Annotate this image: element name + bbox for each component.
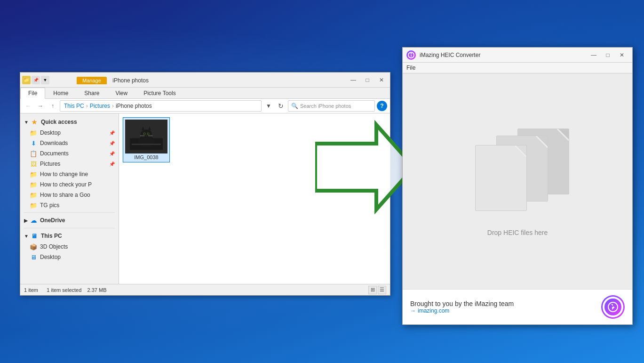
svg-rect-19 <box>411 55 412 56</box>
pin-indicator-downloads: 📌 <box>109 141 115 146</box>
folder-icon: 📁 <box>22 76 31 84</box>
tab-picture-tools[interactable]: Picture Tools <box>135 88 183 98</box>
chevron-icon: ▼ <box>24 120 29 125</box>
breadcrumb-current: iPhone photos <box>116 103 152 109</box>
onedrive-icon: ☁ <box>30 217 37 224</box>
imazing-title: iMazing HEIC Converter <box>420 52 587 58</box>
sidebar-htck-label: How to check your P <box>40 181 92 188</box>
tab-file[interactable]: File <box>20 88 45 99</box>
onedrive-label: OneDrive <box>40 217 65 224</box>
tab-view[interactable]: View <box>107 88 135 98</box>
search-box[interactable]: 🔍 Search iPhone photos <box>288 100 375 112</box>
imazing-logo <box>601 295 625 319</box>
ribbon-tabs: File Home Share View Picture Tools <box>20 88 390 98</box>
window-title: iPhone photos <box>112 77 149 84</box>
sidebar-item-3d-objects[interactable]: 📦 3D Objects <box>20 242 119 252</box>
search-icon: 🔍 <box>291 103 298 109</box>
imazing-logo-inner <box>604 298 621 315</box>
drop-heic-text: Drop HEIC files here <box>487 229 548 236</box>
titlebar-center: Manage iPhone photos <box>53 76 347 84</box>
maximize-button[interactable]: □ <box>361 75 374 85</box>
quick-access-label: Quick access <box>41 119 77 125</box>
sidebar-item-how-to-change[interactable]: 📁 How to change line <box>20 169 119 179</box>
imazing-menu-bar: File <box>403 63 632 73</box>
sidebar-item-how-to-check[interactable]: 📁 How to check your P <box>20 179 119 190</box>
quick-access-header[interactable]: ▼ ★ Quick access <box>20 116 119 128</box>
back-button[interactable]: ← <box>23 101 33 111</box>
onedrive-header[interactable]: ▶ ☁ OneDrive <box>20 215 119 226</box>
sidebar-item-downloads[interactable]: ⬇ Downloads 📌 <box>20 138 119 148</box>
file-label: IMG_0038 <box>134 154 158 160</box>
imazing-footer: Brought to you by the iMazing team → ima… <box>403 289 632 324</box>
svg-point-3 <box>141 129 152 139</box>
documents-folder-icon: 📋 <box>30 150 37 157</box>
footer-text: Brought to you by the iMazing team → ima… <box>410 300 514 314</box>
sidebar-item-pictures[interactable]: 🖼 Pictures 📌 <box>20 159 119 169</box>
this-pc-header[interactable]: ▼ 🖥 This PC <box>20 230 119 242</box>
close-button[interactable]: ✕ <box>375 75 388 85</box>
pin-indicator-documents: 📌 <box>109 151 115 156</box>
manage-badge[interactable]: Manage <box>77 77 107 84</box>
desktop-pc-icon: 🖥 <box>30 253 37 261</box>
footer-link-text[interactable]: imazing.com <box>418 307 449 314</box>
sidebar-3d-label: 3D Objects <box>40 243 68 250</box>
link-arrow-icon: → <box>410 307 416 314</box>
this-pc-icon: 🖥 <box>31 232 38 240</box>
sidebar-downloads-label: Downloads <box>40 140 68 146</box>
imazing-close-button[interactable]: ✕ <box>615 50 628 60</box>
address-path[interactable]: This PC › Pictures › iPhone photos <box>60 100 262 112</box>
file-item-img0038[interactable]: IMG_0038 <box>123 117 170 162</box>
sidebar-desktop-label: Desktop <box>40 129 61 136</box>
hts-folder-icon: 📁 <box>30 191 37 199</box>
sidebar-divider-2 <box>24 228 115 228</box>
downloads-folder-icon: ⬇ <box>30 139 37 147</box>
sidebar-documents-label: Documents <box>40 150 69 157</box>
forward-button[interactable]: → <box>35 101 46 111</box>
large-icons-button[interactable]: ⊞ <box>368 286 377 294</box>
refresh-button[interactable]: ↻ <box>276 101 286 111</box>
imazing-file-menu[interactable]: File <box>406 65 415 71</box>
tg-folder-icon: 📁 <box>30 202 37 209</box>
tab-share[interactable]: Share <box>76 88 107 98</box>
svg-point-18 <box>411 53 412 54</box>
status-bar: 1 item 1 item selected 2.37 MB ⊞ ☰ <box>20 284 390 295</box>
this-pc-label: This PC <box>41 233 62 239</box>
imazing-app-icon <box>406 50 416 60</box>
view-icons: ⊞ ☰ <box>368 286 386 294</box>
status-info: 1 item 1 item selected 2.37 MB <box>24 287 107 293</box>
sidebar-hts-label: How to share a Goo <box>40 192 90 198</box>
explorer-titlebar: 📁 📌 ▼ Manage iPhone photos — □ ✕ <box>20 73 390 88</box>
heic-files-illustration <box>466 126 569 220</box>
footer-link[interactable]: → imazing.com <box>410 307 514 314</box>
sidebar-pictures-label: Pictures <box>40 161 60 167</box>
sidebar-item-how-to-share[interactable]: 📁 How to share a Goo <box>20 190 119 200</box>
minimize-button[interactable]: — <box>347 75 360 85</box>
sidebar-item-tg-pics[interactable]: 📁 TG pics <box>20 200 119 210</box>
sidebar-htc-label: How to change line <box>40 171 88 177</box>
pin-indicator: 📌 <box>109 130 115 136</box>
dropdown-button[interactable]: ▼ <box>263 101 274 111</box>
imazing-minimize-button[interactable]: — <box>587 50 600 60</box>
cat-image <box>130 121 163 152</box>
breadcrumb-separator-2: › <box>112 103 114 109</box>
imazing-maximize-button[interactable]: □ <box>601 50 614 60</box>
sidebar-item-documents[interactable]: 📋 Documents 📌 <box>20 148 119 159</box>
heic-file-front <box>475 145 527 211</box>
imazing-window: iMazing HEIC Converter — □ ✕ File Drop <box>402 47 633 325</box>
sidebar-item-desktop-pc[interactable]: 🖥 Desktop <box>20 252 119 262</box>
htc-folder-icon: 📁 <box>30 170 37 178</box>
imazing-content[interactable]: Drop HEIC files here <box>403 73 632 289</box>
item-size: 2.37 MB <box>87 287 107 293</box>
help-button[interactable]: ? <box>377 101 387 111</box>
pictures-folder-icon: 🖼 <box>30 160 37 168</box>
htck-folder-icon: 📁 <box>30 181 37 188</box>
up-button[interactable]: ↑ <box>48 101 58 111</box>
breadcrumb-this-pc[interactable]: This PC <box>64 103 84 109</box>
sidebar-item-desktop[interactable]: 📁 Desktop 📌 <box>20 128 119 138</box>
tab-home[interactable]: Home <box>45 88 76 98</box>
sidebar-desktop-pc-label: Desktop <box>40 254 61 260</box>
svg-rect-15 <box>132 144 161 145</box>
address-bar: ← → ↑ This PC › Pictures › iPhone photos… <box>20 99 390 113</box>
details-button[interactable]: ☰ <box>378 286 386 294</box>
breadcrumb-pictures[interactable]: Pictures <box>90 103 110 109</box>
